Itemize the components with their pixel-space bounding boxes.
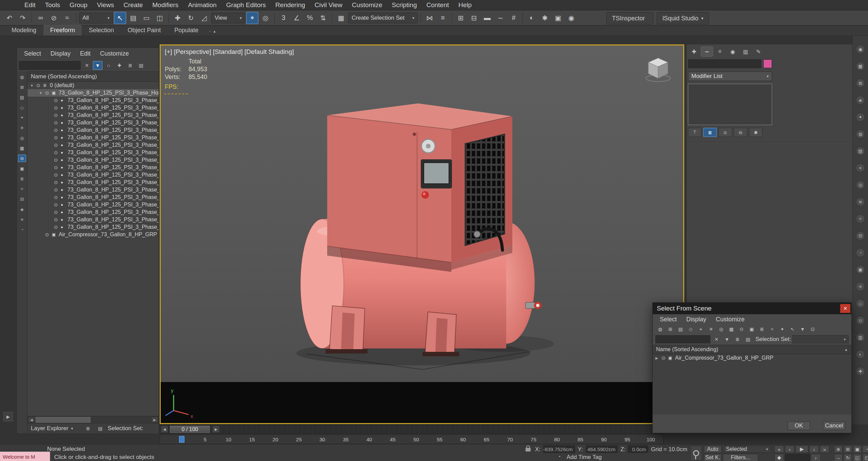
zoom-extents-icon[interactable]: ▣ (853, 445, 862, 453)
previous-frame-icon[interactable]: ◀ (161, 426, 168, 433)
list-view-icon[interactable]: ▤ (136, 61, 146, 70)
footer-list-icon[interactable]: ▤ (96, 424, 105, 433)
viewcube[interactable] (642, 52, 674, 84)
explorer-menu-display[interactable]: Display (46, 49, 75, 58)
object-row[interactable]: ⊙ ● 73_Gallon_8_HP_125_PSI_3_Phase_Horiz… (27, 164, 159, 171)
spinner-snap-toggle[interactable]: ⇅ (317, 12, 329, 24)
display-shapes-icon[interactable]: ▤ (18, 94, 26, 101)
explorer-horizontal-scrollbar[interactable]: ◀ ▶ (27, 416, 159, 423)
rectangular-selection-region-button[interactable]: ▭ (140, 12, 153, 24)
key-mode-toggle[interactable]: ◆ (774, 454, 784, 461)
object-row[interactable]: ⊙ ● 73_Gallon_8_HP_125_PSI_3_Phase_Horiz… (27, 208, 159, 216)
viewport-canvas[interactable]: [+] [Perspective] [Standard] [Default Sh… (161, 45, 683, 382)
object-row[interactable]: ⊙ ● 73_Gallon_8_HP_125_PSI_3_Phase_Horiz… (27, 156, 159, 164)
z-coordinate-field[interactable]: 0.0cm (628, 445, 648, 453)
object-row[interactable]: ⊙ ● 73_Gallon_8_HP_125_PSI_3_Phase_Horiz… (27, 216, 159, 223)
side-toolbar-icon[interactable]: ▣ (856, 265, 865, 274)
angle-snap-toggle[interactable]: ∠ (291, 12, 303, 24)
side-toolbar-icon[interactable]: ◔ (856, 248, 865, 257)
side-toolbar-icon[interactable]: ✦ (856, 113, 865, 122)
visibility-eye-icon[interactable]: ⊙ (662, 355, 668, 361)
dialog-menu-select[interactable]: Select (655, 315, 681, 324)
next-frame-icon[interactable]: ▶ (212, 426, 220, 433)
dialog-menu-customize[interactable]: Customize (711, 315, 749, 324)
object-row[interactable]: ⊙ ● 73_Gallon_8_HP_125_PSI_3_Phase_Horiz… (27, 126, 159, 134)
group-row[interactable]: ▼ ⊙ ▣ 73_Gallon_8_HP_125_PSI_3_Phase_Hor… (27, 89, 159, 97)
object-row[interactable]: ⊙ ● 73_Gallon_8_HP_125_PSI_3_Phase_Horiz… (27, 171, 159, 179)
tab-motion[interactable]: ◉ (727, 46, 739, 57)
remove-modifier-button[interactable]: ⊖ (734, 128, 747, 137)
select-object-button[interactable]: ↖ (114, 12, 126, 24)
pin-stack-button[interactable]: ⍑ (688, 128, 702, 137)
layers-view-icon[interactable]: ≣ (125, 61, 135, 70)
visibility-eye-icon[interactable]: ⊙ (54, 150, 61, 155)
time-slider[interactable]: ◀ 0 / 100 ▶ (160, 425, 664, 434)
scrollbar-thumb[interactable] (36, 417, 91, 423)
dialog-filter-groups-icon[interactable]: ▦ (727, 325, 736, 334)
edit-named-selection-sets-button[interactable]: ▦ (335, 12, 347, 24)
key-filters-button[interactable]: Filters... (723, 454, 758, 461)
object-color-swatch[interactable] (763, 59, 772, 68)
visibility-eye-icon[interactable]: ⊙ (54, 113, 61, 118)
display-frozen-icon[interactable]: ⊟ (18, 195, 26, 203)
visibility-eye-icon[interactable]: ⊙ (45, 90, 52, 96)
fov-icon[interactable]: ◔ (863, 445, 868, 453)
snap-toggle-button[interactable]: 3 (277, 12, 290, 24)
side-toolbar-icon[interactable]: ✧ (856, 214, 865, 223)
dialog-filter-geometry-icon[interactable]: ⊞ (666, 325, 675, 334)
filter-funnel-icon[interactable]: ▼ (93, 61, 102, 70)
select-and-link-button[interactable]: ∞ (35, 12, 47, 24)
modifier-list-dropdown[interactable]: Modifier List ▾ (688, 72, 772, 81)
side-toolbar-icon[interactable]: ◐ (856, 350, 865, 359)
visibility-eye-icon[interactable]: ⊙ (54, 202, 61, 207)
explorer-menu-customize[interactable]: Customize (96, 49, 133, 58)
use-center-flyout[interactable]: ◎ (259, 12, 272, 24)
visibility-eye-icon[interactable]: ⊙ (54, 217, 61, 222)
dialog-clear-search-icon[interactable]: ✕ (712, 335, 721, 344)
visibility-eye-icon[interactable]: ⊙ (54, 180, 61, 185)
tsinspector-button[interactable]: TSInspector (606, 12, 653, 24)
orbit-icon[interactable]: ↻ (844, 454, 852, 461)
scroll-up-icon[interactable]: ▲ (844, 347, 848, 352)
side-toolbar-icon[interactable]: ◇ (856, 299, 865, 308)
dialog-filter-xrefs-icon[interactable]: ⊙ (737, 325, 746, 334)
dialog-search-input[interactable] (655, 335, 710, 343)
prev-frame-button[interactable]: ‹ (785, 445, 794, 453)
explorer-menu-select[interactable]: Select (20, 49, 45, 58)
mirror-button[interactable]: ⋈ (423, 12, 436, 24)
set-keys-button[interactable] (690, 445, 702, 461)
align-button[interactable]: ≡ (437, 12, 449, 24)
dialog-filter-materials-icon[interactable]: ✧ (767, 325, 777, 334)
dialog-filter-spacewarps-icon[interactable]: ◎ (716, 325, 726, 334)
display-helpers-icon[interactable]: ✳ (18, 124, 26, 132)
side-toolbar-icon[interactable]: ▥ (856, 333, 865, 342)
dialog-box-icon[interactable]: ⊡ (808, 325, 817, 334)
time-slider-handle[interactable]: 0 / 100 (170, 426, 210, 433)
menu-item[interactable]: Rendering (271, 0, 310, 10)
menu-item[interactable]: Graph Editors (221, 0, 271, 10)
next-key-button[interactable]: › (811, 454, 821, 461)
explorer-menu-edit[interactable]: Edit (76, 49, 95, 58)
lock-explorer-icon[interactable]: ∩ (104, 61, 113, 70)
make-unique-button[interactable]: ≎ (718, 128, 732, 137)
y-coordinate-field[interactable]: 464.5902cm (586, 445, 618, 453)
side-toolbar-icon[interactable]: ≋ (856, 197, 865, 206)
display-geometry-icon[interactable]: ⊞ (18, 83, 26, 91)
open-listener-button[interactable]: ▶ (3, 412, 13, 421)
visibility-eye-icon[interactable]: ⊙ (36, 83, 43, 88)
bind-to-space-warp-button[interactable]: ≈ (61, 12, 73, 24)
scroll-left-icon[interactable]: ◀ (28, 417, 35, 423)
object-row[interactable]: ⊙ ● 73_Gallon_8_HP_125_PSI_3_Phase_Horiz… (27, 186, 159, 194)
side-toolbar-icon[interactable]: ◈ (856, 96, 865, 105)
display-containers-icon[interactable]: ≣ (18, 175, 26, 182)
tab-populate[interactable]: Populate (168, 25, 204, 36)
dialog-filter-containers-icon[interactable]: ≣ (757, 325, 767, 334)
tab-freeform[interactable]: Freeform (44, 25, 81, 36)
side-toolbar-icon[interactable]: ⊞ (856, 79, 865, 88)
current-frame-field[interactable] (785, 454, 810, 461)
window-crossing-toggle[interactable]: ◫ (154, 12, 166, 24)
set-key-mode-button[interactable]: Set K. (704, 454, 722, 461)
viewport-label[interactable]: [+] [Perspective] [Standard] [Default Sh… (165, 48, 294, 56)
explorer-search-input[interactable] (19, 61, 81, 70)
display-children-icon[interactable]: ≡ (18, 216, 26, 223)
